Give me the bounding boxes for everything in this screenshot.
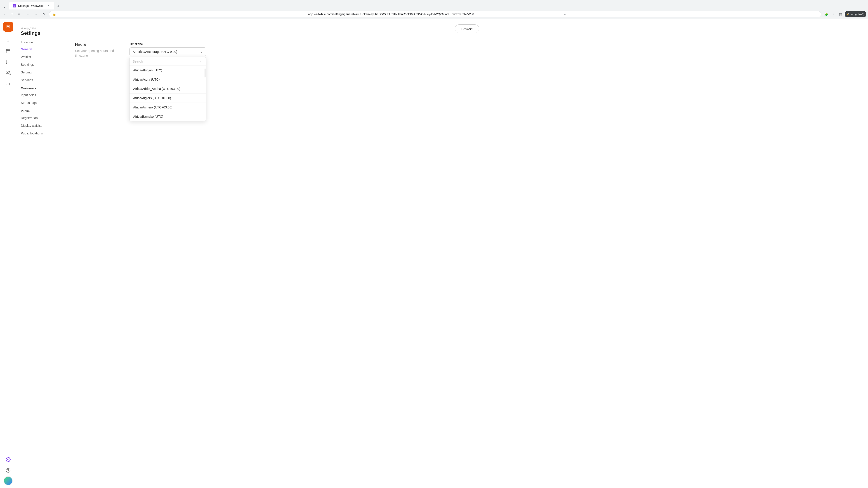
tab-chevron-group: ⌄: [2, 4, 7, 9]
app-layout: M ⌂: [0, 19, 868, 488]
nav-public-section: Public: [16, 107, 66, 114]
timezone-area: Timezone America/Anchorage (UTC-9:00) ⌄: [129, 42, 859, 58]
search-icon: [199, 59, 203, 63]
svg-point-9: [6, 468, 10, 473]
minimize-button[interactable]: −: [2, 11, 7, 17]
svg-line-12: [202, 62, 203, 62]
browser-chrome: ⌄ M Settings | Waitwhile × + − ❐ × ← → ↻…: [0, 0, 868, 19]
dropdown-scrollbar[interactable]: [205, 68, 206, 77]
sidebar-item-stats[interactable]: [3, 78, 13, 89]
nav-item-bookings[interactable]: Bookings: [16, 61, 66, 68]
svg-point-4: [6, 71, 8, 72]
timezone-selected-value: America/Anchorage (UTC-9:00): [133, 50, 177, 54]
close-button[interactable]: ×: [16, 11, 22, 17]
timezone-search-input[interactable]: [133, 60, 198, 63]
main-content: Browse Hours Set your opening hours and …: [66, 19, 868, 488]
hours-description: Set your opening hours and timezone: [75, 48, 120, 58]
sidebar-item-home[interactable]: ⌂: [3, 35, 13, 45]
browser-action-buttons: 🧩 ↓ ▤ 🕵 Incognito (2): [823, 11, 866, 18]
sidebar-item-chat[interactable]: [3, 57, 13, 67]
sidebar-button[interactable]: ▤: [837, 11, 844, 18]
svg-point-8: [7, 459, 9, 460]
download-button[interactable]: ↓: [830, 11, 837, 18]
tab-list-chevron[interactable]: ⌄: [2, 4, 7, 9]
nav-menu: Moodjoy7434 Settings Location General Wa…: [16, 19, 66, 488]
nav-item-services[interactable]: Services: [16, 76, 66, 84]
svg-rect-0: [6, 50, 10, 53]
timezone-select-button[interactable]: America/Anchorage (UTC-9:00) ⌄: [129, 47, 206, 56]
restore-button[interactable]: ❐: [9, 11, 14, 17]
sidebar-item-calendar[interactable]: [3, 46, 13, 56]
url-text: app.waitwhile.com/settings/general?authT…: [308, 12, 562, 16]
sidebar-item-help[interactable]: [3, 465, 13, 475]
tab-bar: ⌄ M Settings | Waitwhile × +: [0, 0, 868, 9]
nav-location-section: Location: [16, 38, 66, 45]
timezone-search-area: [129, 57, 206, 66]
timezone-dropdown: America/Anchorage (UTC-9:00) ⌄: [129, 47, 206, 56]
nav-item-status-tags[interactable]: Status tags: [16, 99, 66, 107]
lock-icon: 🔒: [53, 13, 306, 16]
sidebar-logo[interactable]: M: [3, 22, 13, 32]
back-button[interactable]: ←: [24, 11, 31, 18]
bookmark-icon[interactable]: ★: [564, 13, 817, 16]
nav-item-display-waitlist[interactable]: Display waitlist: [16, 122, 66, 129]
nav-item-input-fields[interactable]: Input fields: [16, 91, 66, 99]
sidebar-item-settings[interactable]: [3, 455, 13, 464]
tab-close-button[interactable]: ×: [46, 4, 51, 8]
nav-item-general[interactable]: General: [16, 45, 66, 53]
hours-label-area: Hours Set your opening hours and timezon…: [75, 42, 120, 58]
browse-button[interactable]: Browse: [455, 24, 479, 33]
hours-title: Hours: [75, 42, 120, 47]
refresh-button[interactable]: ↻: [41, 11, 47, 18]
chevron-down-icon: ⌄: [200, 50, 203, 53]
tab-title: Settings | Waitwhile: [18, 4, 45, 7]
incognito-badge[interactable]: 🕵 Incognito (2): [845, 11, 866, 18]
timezone-option-2[interactable]: Africa/Addis_Ababa (UTC+03:00): [129, 84, 206, 94]
extensions-button[interactable]: 🧩: [823, 11, 829, 18]
address-bar[interactable]: 🔒 app.waitwhile.com/settings/general?aut…: [49, 11, 821, 18]
sidebar: M ⌂: [0, 19, 16, 488]
timezone-label: Timezone: [129, 42, 859, 46]
svg-point-11: [200, 60, 202, 62]
new-tab-button[interactable]: +: [55, 3, 61, 9]
hours-section: Hours Set your opening hours and timezon…: [75, 42, 859, 58]
timezone-option-0[interactable]: Africa/Abidjan (UTC): [129, 66, 206, 75]
nav-item-public-locations[interactable]: Public locations: [16, 129, 66, 137]
timezone-option-3[interactable]: Africa/Algiers (UTC+01:00): [129, 94, 206, 103]
timezone-option-4[interactable]: Africa/Asmera (UTC+03:00): [129, 103, 206, 112]
sidebar-item-users[interactable]: [3, 68, 13, 78]
nav-item-registration[interactable]: Registration: [16, 114, 66, 122]
window-controls: − ❐ ×: [2, 11, 22, 17]
nav-item-waitlist[interactable]: Waitlist: [16, 53, 66, 61]
timezone-dropdown-panel: Africa/Abidjan (UTC) Africa/Accra (UTC) …: [129, 57, 206, 121]
forward-button[interactable]: →: [33, 11, 39, 18]
settings-title: Settings: [21, 30, 61, 36]
browse-area: Browse: [75, 24, 859, 33]
settings-header: Moodjoy7434 Settings: [16, 24, 66, 38]
tab-favicon: M: [13, 4, 16, 7]
user-avatar[interactable]: [4, 476, 13, 485]
active-tab[interactable]: M Settings | Waitwhile ×: [9, 2, 54, 9]
timezone-option-1[interactable]: Africa/Accra (UTC): [129, 75, 206, 84]
settings-username: Moodjoy7434: [21, 27, 61, 30]
timezone-options-list: Africa/Abidjan (UTC) Africa/Accra (UTC) …: [129, 66, 206, 121]
nav-item-serving[interactable]: Serving: [16, 68, 66, 76]
browser-toolbar: − ❐ × ← → ↻ 🔒 app.waitwhile.com/settings…: [0, 9, 868, 19]
nav-customers-section: Customers: [16, 84, 66, 91]
timezone-option-5[interactable]: Africa/Bamako (UTC): [129, 112, 206, 121]
